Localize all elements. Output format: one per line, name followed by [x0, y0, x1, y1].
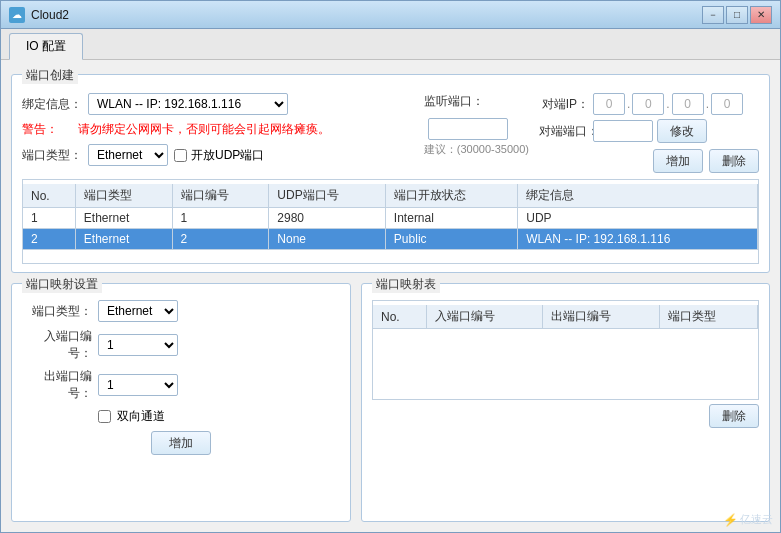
bidirectional-label: 双向通道	[117, 408, 165, 425]
bottom-section: 端口映射设置 端口类型： Ethernet 入端口编号： 1	[11, 283, 770, 522]
out-port-select[interactable]: 1	[98, 374, 178, 396]
warning-row: 警告： 请勿绑定公网网卡，否则可能会引起网络瘫痪。	[22, 121, 414, 138]
port-table-container: No. 端口类型 端口编号 UDP端口号 端口开放状态 绑定信息 1Ethern…	[22, 179, 759, 264]
table-row[interactable]: 2Ethernet2NonePublicWLAN -- IP: 192.168.…	[23, 229, 758, 250]
title-bar: ☁ Cloud2 － □ ✕	[1, 1, 780, 29]
in-port-row: 入端口编号： 1	[22, 328, 340, 362]
port-type-select[interactable]: Ethernet	[88, 144, 168, 166]
remote-port-input[interactable]: 0	[593, 120, 653, 142]
mapping-btn-row: 删除	[372, 404, 759, 428]
mapping-form: 端口类型： Ethernet 入端口编号： 1 出端口编号：	[22, 300, 340, 455]
remote-port-row: 对端端口： 0 修改	[539, 119, 759, 143]
map-col-in: 入端口编号	[426, 305, 542, 329]
udp-checkbox-label: 开放UDP端口	[191, 147, 264, 164]
minimize-button[interactable]: －	[702, 6, 724, 24]
window-title: Cloud2	[31, 8, 702, 22]
port-type-label: 端口类型：	[22, 147, 82, 164]
add-port-button[interactable]: 增加	[653, 149, 703, 173]
mapping-add-row: 增加	[22, 431, 340, 455]
watermark: ⚡ 亿速云	[723, 512, 773, 527]
tab-io-config[interactable]: IO 配置	[9, 33, 83, 60]
maximize-button[interactable]: □	[726, 6, 748, 24]
tab-bar: IO 配置	[1, 29, 780, 60]
in-port-select[interactable]: 1	[98, 334, 178, 356]
mapping-port-type-label: 端口类型：	[22, 303, 92, 320]
table-row[interactable]: 1Ethernet12980InternalUDP	[23, 208, 758, 229]
out-port-label: 出端口编号：	[22, 368, 92, 402]
port-mapping-table-group: 端口映射表 No. 入端口编号 出端口编号 端口类型	[361, 283, 770, 522]
warning-text: 请勿绑定公网网卡，否则可能会引起网络瘫痪。	[78, 121, 330, 138]
window-controls: － □ ✕	[702, 6, 772, 24]
udp-checkbox-row: 开放UDP端口	[174, 147, 264, 164]
port-mapping-title: 端口映射设置	[22, 276, 102, 293]
map-col-out: 出端口编号	[543, 305, 659, 329]
out-port-row: 出端口编号： 1	[22, 368, 340, 402]
port-mapping-table-title: 端口映射表	[372, 276, 440, 293]
bind-info-select[interactable]: WLAN -- IP: 192.168.1.116	[88, 93, 288, 115]
col-status: 端口开放状态	[385, 184, 517, 208]
port-mapping-group: 端口映射设置 端口类型： Ethernet 入端口编号： 1	[11, 283, 351, 522]
remote-ip-label: 对端IP：	[539, 96, 589, 113]
ip-field: . . .	[593, 93, 743, 115]
col-type: 端口类型	[75, 184, 172, 208]
bind-info-row: 绑定信息： WLAN -- IP: 192.168.1.116	[22, 93, 414, 115]
mapping-port-type-select[interactable]: Ethernet	[98, 300, 178, 322]
listen-port-label: 监听端口：	[424, 93, 484, 110]
mapping-delete-button[interactable]: 删除	[709, 404, 759, 428]
ip-octet-3[interactable]	[672, 93, 704, 115]
app-icon: ☁	[9, 7, 25, 23]
in-port-label: 入端口编号：	[22, 328, 92, 362]
main-content: 端口创建 绑定信息： WLAN -- IP: 192.168.1.116 警告：…	[1, 60, 780, 532]
mapping-table: No. 入端口编号 出端口编号 端口类型	[373, 305, 758, 329]
ip-octet-1[interactable]	[593, 93, 625, 115]
bind-info-label: 绑定信息：	[22, 96, 82, 113]
col-udp: UDP端口号	[269, 184, 386, 208]
mapping-table-container: No. 入端口编号 出端口编号 端口类型	[372, 300, 759, 400]
delete-port-button[interactable]: 删除	[709, 149, 759, 173]
col-no: No.	[23, 184, 75, 208]
warning-prefix: 警告：	[22, 121, 72, 138]
ip-octet-2[interactable]	[632, 93, 664, 115]
mapping-add-button[interactable]: 增加	[151, 431, 211, 455]
ip-octet-4[interactable]	[711, 93, 743, 115]
close-button[interactable]: ✕	[750, 6, 772, 24]
listen-port-row: 监听端口：	[424, 93, 529, 110]
port-table: No. 端口类型 端口编号 UDP端口号 端口开放状态 绑定信息 1Ethern…	[23, 184, 758, 250]
main-window: ☁ Cloud2 － □ ✕ IO 配置 端口创建 绑定信息： WLAN -- …	[0, 0, 781, 533]
suggest-text: 建议：(30000-35000)	[424, 142, 529, 157]
creation-left-panel: 绑定信息： WLAN -- IP: 192.168.1.116 警告： 请勿绑定…	[22, 93, 414, 173]
map-col-no: No.	[373, 305, 426, 329]
listen-port-input[interactable]: 30000	[428, 118, 508, 140]
mapping-port-type-row: 端口类型： Ethernet	[22, 300, 340, 322]
bidirectional-checkbox[interactable]	[98, 410, 111, 423]
col-portno: 端口编号	[172, 184, 269, 208]
bidirectional-row: 双向通道	[22, 408, 340, 425]
remote-port-label: 对端端口：	[539, 123, 589, 140]
modify-button[interactable]: 修改	[657, 119, 707, 143]
remote-panel: 对端IP： . . .	[539, 93, 759, 173]
listen-section: 监听端口： 30000 建议：(30000-35000)	[424, 93, 529, 157]
map-col-type: 端口类型	[659, 305, 757, 329]
col-binding: 绑定信息	[518, 184, 758, 208]
remote-ip-row: 对端IP： . . .	[539, 93, 759, 115]
port-type-row: 端口类型： Ethernet 开放UDP端口	[22, 144, 414, 166]
port-creation-title: 端口创建	[22, 67, 78, 84]
port-creation-group: 端口创建 绑定信息： WLAN -- IP: 192.168.1.116 警告：…	[11, 74, 770, 273]
udp-checkbox[interactable]	[174, 149, 187, 162]
